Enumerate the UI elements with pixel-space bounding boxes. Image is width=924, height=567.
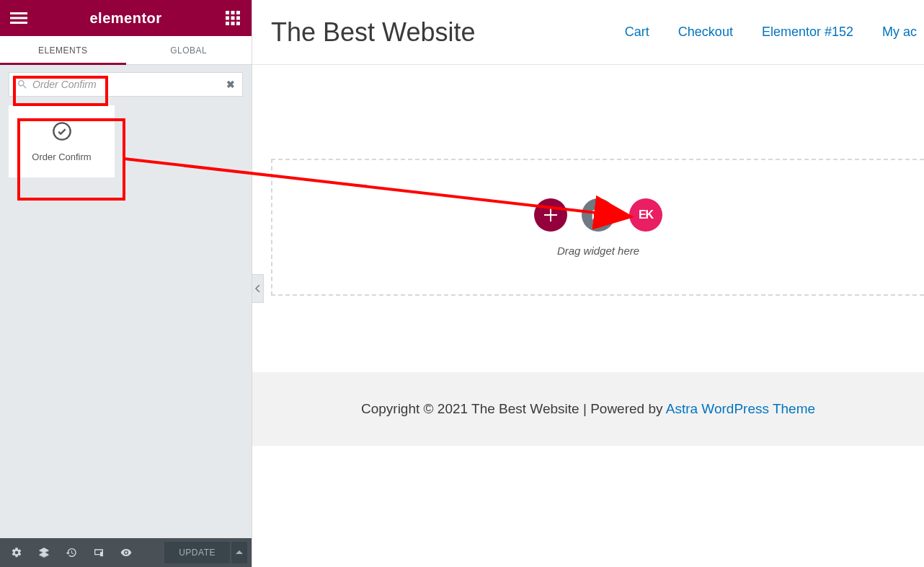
site-title: The Best Website — [271, 17, 475, 48]
tab-global[interactable]: GLOBAL — [126, 36, 252, 65]
add-section-row: EK — [534, 198, 662, 232]
update-caret-icon[interactable] — [231, 542, 247, 563]
menu-icon[interactable] — [10, 9, 27, 27]
responsive-icon[interactable] — [86, 538, 111, 567]
search-icon — [17, 79, 28, 90]
sidebar-footer: UPDATE — [0, 538, 252, 567]
svg-rect-13 — [100, 552, 103, 557]
chevron-left-icon — [255, 285, 261, 292]
search-box: ✖ — [9, 72, 243, 97]
page-preview: The Best Website Cart Checkout Elementor… — [252, 0, 924, 567]
canvas-area: EK Drag widget here — [252, 65, 924, 296]
svg-rect-0 — [10, 12, 27, 14]
nav-link-checkout[interactable]: Checkout — [678, 25, 733, 40]
footer-text: Copyright © 2021 The Best Website | Powe… — [361, 401, 666, 416]
ek-label: EK — [639, 208, 653, 221]
tab-elements[interactable]: ELEMENTS — [0, 36, 126, 65]
widget-results: Order Confirm — [0, 101, 252, 182]
svg-rect-1 — [10, 17, 27, 19]
sidebar-header: elementor — [0, 0, 252, 36]
check-circle-icon — [52, 121, 72, 141]
empty-section-dropzone[interactable]: EK Drag widget here — [271, 159, 924, 296]
preview-icon[interactable] — [114, 538, 138, 567]
svg-rect-8 — [236, 17, 240, 20]
update-button[interactable]: UPDATE — [164, 542, 230, 563]
widget-order-confirm[interactable]: Order Confirm — [9, 105, 115, 177]
svg-rect-9 — [226, 22, 229, 25]
navigator-icon[interactable] — [32, 538, 56, 567]
site-nav: Cart Checkout Elementor #152 My ac — [625, 25, 924, 40]
add-section-button[interactable] — [534, 198, 567, 232]
site-footer: Copyright © 2021 The Best Website | Powe… — [252, 372, 924, 446]
nav-link-elementor-152[interactable]: Elementor #152 — [762, 25, 853, 40]
drag-widget-hint: Drag widget here — [557, 245, 639, 257]
elementor-sidebar: elementor ELEMENTS GLOBAL ✖ Order Confir… — [0, 0, 252, 567]
update-group: UPDATE — [164, 542, 247, 563]
plus-icon — [544, 208, 557, 221]
history-icon[interactable] — [59, 538, 84, 567]
site-header: The Best Website Cart Checkout Elementor… — [252, 0, 924, 65]
svg-rect-11 — [236, 22, 240, 25]
footer-theme-link[interactable]: Astra WordPress Theme — [666, 401, 815, 416]
svg-rect-10 — [231, 22, 235, 25]
apps-grid-icon[interactable] — [224, 9, 241, 27]
elements-kit-button[interactable]: EK — [629, 198, 662, 232]
add-template-button[interactable] — [582, 198, 615, 232]
nav-link-my-account[interactable]: My ac — [882, 25, 917, 40]
folder-icon — [591, 208, 605, 222]
svg-rect-4 — [231, 11, 235, 14]
svg-rect-7 — [231, 17, 235, 20]
search-row: ✖ — [0, 65, 252, 101]
widget-label: Order Confirm — [32, 151, 91, 162]
clear-search-icon[interactable]: ✖ — [226, 79, 235, 90]
sidebar-tabs: ELEMENTS GLOBAL — [0, 36, 252, 65]
collapse-sidebar-handle[interactable] — [252, 274, 264, 303]
svg-rect-3 — [226, 11, 229, 14]
settings-icon[interactable] — [4, 538, 29, 567]
elementor-logo: elementor — [89, 10, 161, 27]
svg-rect-2 — [10, 22, 27, 24]
svg-rect-5 — [236, 11, 240, 14]
nav-link-cart[interactable]: Cart — [625, 25, 649, 40]
svg-point-12 — [53, 123, 70, 139]
widget-search-input[interactable] — [32, 79, 226, 90]
svg-rect-6 — [226, 17, 229, 20]
